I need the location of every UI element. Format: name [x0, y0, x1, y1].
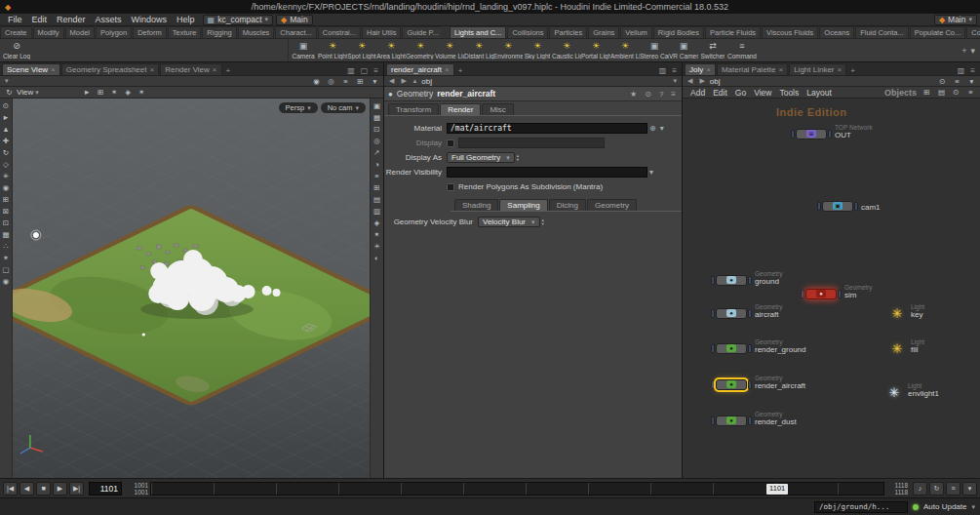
rotate-icon[interactable]: ↻	[1, 147, 12, 158]
network-node[interactable]: ● Geometry render_aircraft	[710, 378, 753, 390]
network-node[interactable]: ⊞ TOP Network OUT	[790, 128, 833, 139]
shelf-tab[interactable]: Viscous Fluids	[762, 26, 818, 38]
grid-toggle-icon[interactable]: ⊞	[921, 87, 932, 98]
shadows-icon[interactable]: ◐	[372, 253, 382, 263]
pane-menu-icon[interactable]: ≡	[965, 87, 976, 98]
visualizers-icon[interactable]: ✶	[137, 87, 147, 98]
network-node[interactable]: ● Geometry ground	[710, 274, 753, 286]
jump-to-end-button[interactable]: ▶|	[69, 482, 84, 495]
camera-select-persp[interactable]: Persp ▾	[279, 102, 318, 113]
node-body[interactable]: ●	[805, 289, 837, 299]
translate-icon[interactable]: ✚	[1, 136, 12, 146]
select-icon[interactable]: ►	[1, 112, 12, 123]
back-icon[interactable]: ◀	[387, 77, 396, 85]
search-icon[interactable]: ⊙	[951, 87, 961, 98]
shelf-tab[interactable]: Hair Utils	[362, 26, 401, 38]
node-display-flag[interactable]	[748, 416, 752, 425]
snap-grid-icon[interactable]: ⊞	[96, 87, 106, 98]
node-display-flag[interactable]	[838, 290, 842, 298]
shelf-tab[interactable]: Polygon	[96, 26, 132, 38]
breadcrumb[interactable]: obj	[710, 77, 721, 86]
param-tab[interactable]: Misc	[482, 103, 513, 115]
shelf-tab[interactable]: Collisions	[507, 26, 548, 38]
pane-menu-icon[interactable]: ≡	[967, 66, 978, 75]
timeline-slider[interactable]: 1101	[150, 482, 884, 495]
stepper-icon[interactable]: ▴▾	[517, 154, 519, 161]
menu-item[interactable]: Edit	[27, 15, 53, 24]
playback-options-icon[interactable]: ≡	[946, 482, 960, 495]
audio-icon[interactable]: ♪	[913, 482, 927, 495]
close-icon[interactable]: ×	[213, 65, 217, 74]
view-icon[interactable]: ⊙	[1, 100, 12, 111]
desktop-selector[interactable]: ▦ kc_compact ▾	[203, 15, 273, 25]
node-body[interactable]: ●	[716, 416, 747, 426]
shelf-tool[interactable]: ☀ Sky Light	[523, 42, 552, 59]
close-icon[interactable]: ×	[706, 65, 711, 74]
grid-toggle-icon[interactable]: ⊞	[372, 182, 382, 193]
camera-lock-icon[interactable]: ◎	[372, 136, 382, 146]
shelf-tool[interactable]: ☀ Area Light	[376, 42, 406, 59]
param-subtab[interactable]: Sampling	[499, 199, 547, 211]
breadcrumb[interactable]: obj	[421, 77, 432, 86]
shelf-tool[interactable]: ▣ Stereo Camera	[640, 42, 669, 59]
gear-menu-icon[interactable]: ≡	[669, 90, 678, 99]
network-node[interactable]: ● Geometry aircraft	[710, 307, 753, 319]
scale-icon[interactable]: ◇	[1, 159, 12, 170]
shelf-menu-icon[interactable]: ▾	[970, 46, 975, 56]
isolate-icon[interactable]: ◈	[123, 87, 134, 98]
node-name-field[interactable]: render_aircraft	[437, 89, 495, 99]
select-geometry-icon[interactable]: ▲	[1, 124, 12, 135]
param-tab[interactable]: Transform	[388, 103, 439, 115]
node-input-flag[interactable]	[711, 416, 715, 425]
shelf-tool[interactable]: ≡ Command Output	[727, 42, 757, 59]
play-forward-button[interactable]: ▶	[53, 482, 67, 495]
shelf-tab[interactable]: Charact...	[275, 26, 317, 38]
display-checkbox[interactable]	[447, 139, 454, 147]
forward-icon[interactable]: ▶	[399, 77, 408, 85]
single-view-icon[interactable]: ▣	[372, 100, 382, 111]
velocity-blur-select[interactable]: Velocity Blur ▾	[478, 217, 540, 227]
menu-item[interactable]: File	[3, 15, 27, 24]
param-menu-icon[interactable]: ▾	[647, 168, 655, 177]
shelf-tool[interactable]: ▣ VR Camera	[669, 42, 698, 59]
render-visibility-input[interactable]	[447, 167, 647, 178]
playbar-menu-icon[interactable]: ▾	[962, 482, 977, 495]
node-chooser-icon[interactable]: ⊕	[647, 124, 658, 133]
lock-icon[interactable]: ◉	[311, 76, 322, 87]
camera-lock-icon[interactable]: ◎	[326, 76, 336, 87]
node-body[interactable]: ●	[716, 308, 747, 319]
param-menu-icon[interactable]: ▾	[658, 124, 666, 133]
shelf-tab[interactable]: Texture	[168, 26, 202, 38]
param-tab[interactable]: Render	[440, 103, 481, 115]
construction-plane-icon[interactable]: ▦	[1, 229, 12, 240]
forward-icon[interactable]: ▶	[697, 77, 706, 85]
pose-icon[interactable]: ✳	[1, 171, 12, 181]
shelf-tool[interactable]: ☀ Spot Light	[347, 42, 376, 59]
search-icon[interactable]: ⊙	[643, 90, 653, 99]
shelf-tool[interactable]: ☀ Volume Light	[435, 42, 464, 59]
recent-parameter-field[interactable]: /obj/ground/h...	[814, 501, 908, 513]
playhead-marker[interactable]: 1101	[766, 484, 788, 495]
history-icon[interactable]: ▾	[966, 76, 977, 87]
display-options-icon[interactable]: ≡	[952, 76, 962, 87]
pane-split-icon[interactable]: ▥	[955, 66, 968, 75]
close-icon[interactable]: ×	[150, 65, 155, 74]
pane-tab[interactable]: Scene View ×	[2, 63, 60, 75]
shelf-tab[interactable]: Rigging	[202, 26, 236, 38]
node-input-flag[interactable]	[791, 130, 795, 139]
shelf-tab[interactable]: Model	[65, 26, 95, 38]
camera-select-nocam[interactable]: No cam ▾	[321, 102, 366, 113]
node-display-flag[interactable]	[748, 309, 752, 318]
lock-icon[interactable]: ◉	[1, 276, 12, 287]
shelf-tab[interactable]: Deform	[133, 26, 167, 38]
network-menu-item[interactable]: Layout	[803, 88, 836, 98]
secure-selection-icon[interactable]: ◉	[1, 182, 12, 193]
shelf-tool[interactable]: ⇄ Switcher	[698, 42, 727, 59]
select-icon[interactable]: ►	[82, 87, 93, 98]
node-display-flag[interactable]	[748, 344, 752, 353]
menu-item[interactable]: Render	[52, 15, 91, 24]
stop-button[interactable]: ■	[36, 482, 51, 495]
node-display-flag[interactable]	[828, 130, 832, 139]
add-shelf-button[interactable]: +	[961, 46, 966, 56]
pane-tab[interactable]: Material Palette ×	[717, 63, 788, 75]
